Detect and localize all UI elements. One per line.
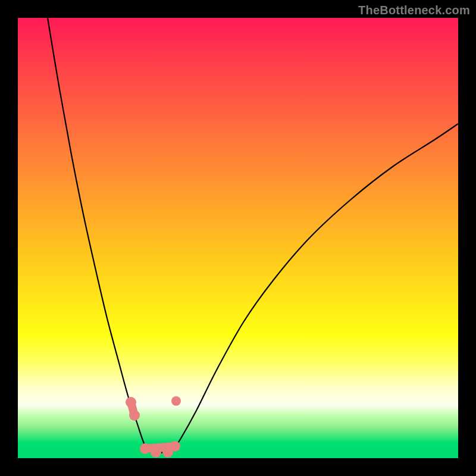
curve-marker (171, 396, 181, 406)
watermark-text: TheBottleneck.com (358, 4, 470, 17)
curve-markers (126, 396, 181, 458)
curve-right (173, 124, 458, 451)
chart-svg (18, 18, 458, 458)
curve-marker (170, 441, 180, 452)
curve-marker (151, 447, 161, 458)
curve-marker (140, 443, 151, 454)
curve-marker (126, 397, 136, 408)
chart-frame: TheBottleneck.com (0, 0, 476, 476)
curve-marker (129, 410, 140, 421)
chart-plot-area (18, 18, 458, 458)
curve-left (48, 18, 148, 451)
